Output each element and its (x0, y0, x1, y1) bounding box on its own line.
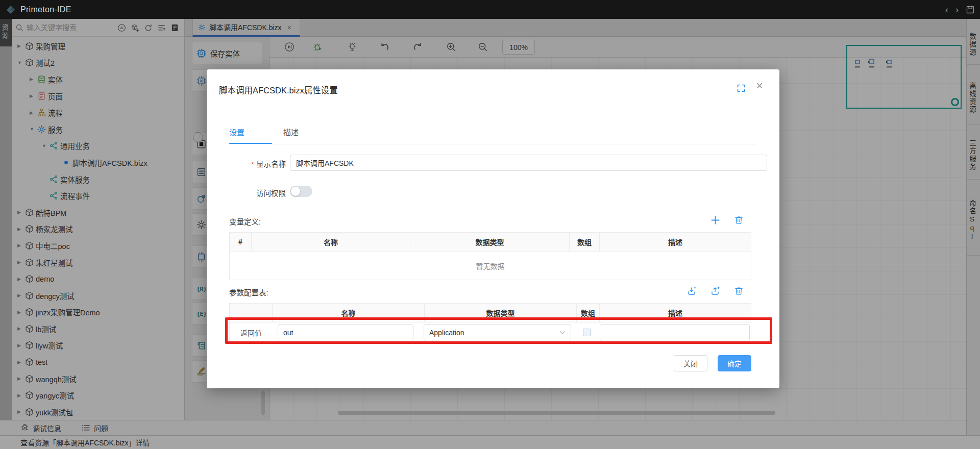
close-button[interactable]: 关闭 (674, 355, 707, 371)
param-type-select[interactable]: Application (424, 325, 571, 340)
param-row-return-value: 返回值 Application (230, 322, 751, 342)
display-name-label: *显示名称 (229, 158, 286, 169)
modal-title: 脚本调用AFCSDK.bizx属性设置 (219, 84, 338, 96)
nav-forward-icon[interactable]: › (955, 5, 959, 14)
tab-divider (229, 144, 757, 144)
modal-close-icon[interactable]: × (756, 80, 763, 92)
variables-label: 变量定义: (229, 216, 261, 227)
fullscreen-icon[interactable] (737, 84, 746, 93)
display-name-input[interactable] (290, 155, 767, 171)
toggle-knob (291, 187, 300, 196)
chevron-down-icon (559, 331, 566, 335)
params-table: 名称 数据类型 数组 描述 返回值 Application (229, 303, 751, 343)
param-name-input[interactable] (278, 325, 413, 340)
export-params-icon[interactable] (710, 286, 721, 296)
delete-variable-icon[interactable] (734, 215, 744, 226)
app-title: Primeton-IDE (20, 5, 71, 14)
variables-table: # 名称 数据类型 数组 描述 暂无数据 (229, 232, 751, 280)
delete-param-icon[interactable] (734, 286, 744, 296)
param-kind: 返回值 (230, 328, 273, 338)
tab-settings[interactable]: 设置 (229, 127, 244, 144)
required-asterisk: * (251, 160, 254, 168)
import-params-icon[interactable] (687, 286, 697, 296)
primeton-logo-icon (5, 4, 16, 15)
params-label: 参数配置表: (229, 287, 268, 297)
empty-data-text: 暂无数据 (230, 252, 751, 280)
ok-button[interactable]: 确定 (718, 355, 751, 371)
modal-tabs: 设置 描述 (229, 127, 299, 144)
access-permission-label: 访问权限 (229, 187, 286, 198)
nav-back-icon[interactable]: ‹ (945, 5, 948, 14)
variables-table-header: # 名称 数据类型 数组 描述 (230, 233, 751, 252)
param-desc-input[interactable] (600, 325, 750, 340)
save-all-icon[interactable] (966, 5, 975, 14)
titlebar: Primeton-IDE ‹ › (0, 0, 980, 19)
param-type-value: Application (429, 329, 464, 337)
params-table-header: 名称 数据类型 数组 描述 (230, 304, 751, 322)
modal-footer: 关闭 确定 (207, 355, 751, 371)
param-array-checkbox[interactable] (583, 329, 591, 336)
access-permission-toggle[interactable] (290, 186, 312, 197)
tab-description[interactable]: 描述 (283, 127, 299, 144)
properties-modal: 脚本调用AFCSDK.bizx属性设置 × 设置 描述 *显示名称 访问权限 变… (207, 69, 779, 388)
app-root: Primeton-IDE ‹ › 资源 AI ▶ (0, 0, 980, 449)
add-variable-icon[interactable] (710, 215, 721, 226)
